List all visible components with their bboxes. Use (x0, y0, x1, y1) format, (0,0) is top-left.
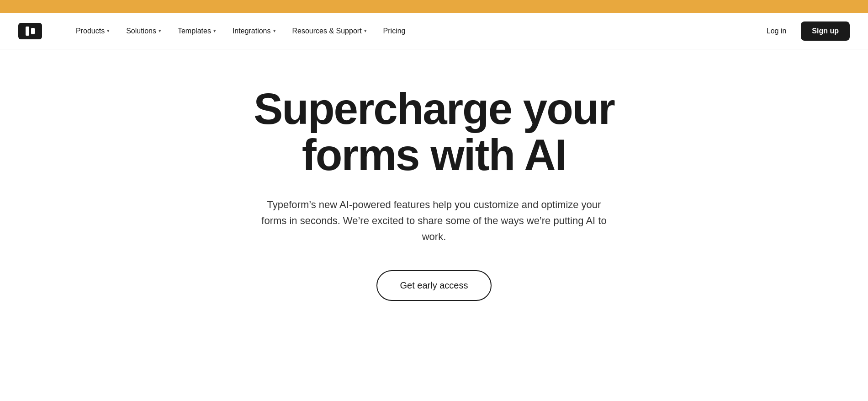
chevron-down-icon-integrations: ▾ (273, 28, 276, 34)
logo[interactable] (18, 23, 42, 39)
nav-item-products[interactable]: Products ▾ (69, 23, 116, 39)
top-banner (0, 0, 868, 13)
nav-label-products: Products (76, 27, 105, 35)
nav-item-resources[interactable]: Resources & Support ▾ (286, 23, 373, 39)
chevron-down-icon-templates: ▾ (213, 28, 216, 34)
chevron-down-icon-products: ▾ (107, 28, 110, 34)
hero-subtitle: Typeform’s new AI-powered features help … (256, 197, 612, 245)
early-access-button[interactable]: Get early access (376, 270, 492, 301)
nav-item-pricing[interactable]: Pricing (377, 23, 412, 39)
chevron-down-icon-resources: ▾ (364, 28, 367, 34)
logo-bar-tall (26, 27, 29, 36)
login-button[interactable]: Log in (759, 23, 794, 39)
nav-label-integrations: Integrations (233, 27, 271, 35)
nav-label-templates: Templates (178, 27, 211, 35)
nav-label-resources: Resources & Support (292, 27, 362, 35)
logo-bar-short (31, 28, 35, 34)
signup-button[interactable]: Sign up (801, 21, 850, 41)
nav-label-pricing: Pricing (383, 27, 406, 35)
nav-item-templates[interactable]: Templates ▾ (171, 23, 222, 39)
logo-icon (18, 23, 42, 39)
nav-links: Products ▾ Solutions ▾ Templates ▾ Integ… (69, 23, 759, 39)
nav-item-solutions[interactable]: Solutions ▾ (120, 23, 168, 39)
nav-item-integrations[interactable]: Integrations ▾ (226, 23, 282, 39)
chevron-down-icon-solutions: ▾ (159, 28, 161, 34)
navbar: Products ▾ Solutions ▾ Templates ▾ Integ… (0, 13, 868, 49)
nav-label-solutions: Solutions (126, 27, 156, 35)
nav-auth: Log in Sign up (759, 21, 850, 41)
hero-title: Supercharge your forms with AI (228, 86, 640, 178)
hero-section: Supercharge your forms with AI Typeform’… (0, 49, 868, 328)
